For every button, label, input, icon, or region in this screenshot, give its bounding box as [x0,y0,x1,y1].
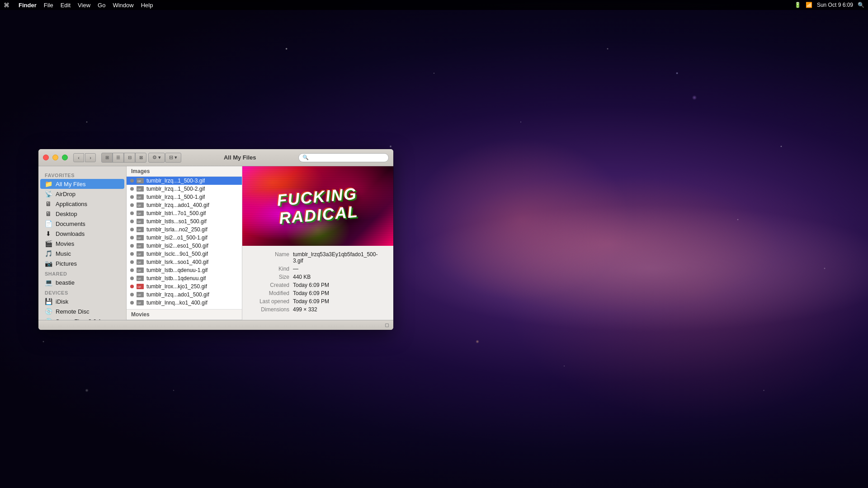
sidebar-item-pictures[interactable]: 📷 Pictures [38,258,126,268]
gif-art: FUCKING RADICAL [242,166,393,246]
file-name: tumblr_lrzq...1_500-3.gif [146,178,205,184]
sidebar-item-remote-disc[interactable]: 💿 Remote Disc [38,306,126,316]
table-row[interactable]: GIFtumblr_lrzq...ado1_400.gif [127,201,242,209]
svg-text:GIF: GIF [137,294,141,296]
beastie-icon: 💻 [45,279,52,286]
table-row[interactable]: GIFtumblr_lsrla...no2_250.gif [127,225,242,234]
table-row[interactable]: GIFtumblr_lstls...so1_500.gif [127,217,242,225]
menubar-left: ⌘ Finder File Edit View Go Window Help [4,2,153,9]
file-name: tumblr_lsclc...9o1_500.gif [146,251,208,257]
desktop: ⌘ Finder File Edit View Go Window Help 🔋… [0,0,868,488]
file-icon: GIF [137,186,144,192]
window-title: All My Files [181,154,298,161]
table-row[interactable]: GIFtumblr_lsrk...soo1_400.gif [127,258,242,266]
table-row[interactable]: GIFtumblr_lsi2...o1_500-1.gif [127,234,242,242]
action-button[interactable]: ⚙ ▾ [148,153,165,163]
sidebar-item-applications[interactable]: 🖥 Applications [38,199,126,209]
lastopened-label: Last opened [249,298,289,305]
table-row[interactable]: GIFtumblr_lstb...1qdenuu.gif [127,274,242,282]
forward-button[interactable]: › [85,153,96,162]
file-list[interactable]: GIFtumblr_lrzq...1_500-3.gifGIFtumblr_lr… [127,177,242,308]
sidebar-item-airdrop[interactable]: 📡 AirDrop [38,189,126,199]
table-row[interactable]: GIFtumblr_lr80...r8o1_500.gif [127,307,242,308]
view-column-button[interactable]: ⊟ [124,153,135,163]
preview-info: Name tumblr_lrzq53a3Ey1qb5fado1_500-3.gi… [242,246,393,320]
file-color-dot [130,236,134,239]
file-name: tumblr_lsi2...eso1_500.gif [146,243,208,249]
file-name: tumblr_lrzq...ado1_500.gif [146,291,209,298]
menubar-file[interactable]: File [44,2,53,9]
table-row[interactable]: GIFtumblr_lstri...7o1_500.gif [127,209,242,217]
table-row[interactable]: GIFtumblr_lsclc...9o1_500.gif [127,250,242,258]
applications-icon: 🖥 [45,200,52,207]
menubar-go[interactable]: Go [98,2,105,9]
menubar-finder[interactable]: Finder [19,2,37,9]
sidebar-item-screenflow[interactable]: 💿 ScreenFlow 3.0.1 [38,316,126,320]
view-list-button[interactable]: ☰ [113,153,124,163]
desktop-icon: 🖥 [45,210,52,217]
preview-image-inner: FUCKING RADICAL [242,166,393,246]
music-icon: 🎵 [45,250,52,257]
sidebar-item-desktop[interactable]: 🖥 Desktop [38,209,126,219]
file-icon: GIF [137,292,144,297]
nav-buttons: ‹ › [73,153,96,162]
name-value: tumblr_lrzq53a3Ey1qb5fado1_500-3.gif [293,251,387,264]
svg-text:GIF: GIF [137,286,141,288]
sidebar-item-documents[interactable]: 📄 Documents [38,219,126,229]
minimize-button[interactable] [52,155,58,160]
svg-text:GIF: GIF [137,253,141,256]
all-my-files-icon: 📁 [45,180,52,188]
back-button[interactable]: ‹ [73,153,84,162]
sidebar-item-beastie[interactable]: 💻 beastie [38,277,126,287]
file-name: tumblr_lsrk...soo1_400.gif [146,259,208,265]
sidebar-item-movies[interactable]: 🎬 Movies [38,239,126,249]
sidebar-item-applications-label: Applications [56,201,87,207]
table-row[interactable]: GIFtumblr_lstb...qdenuu-1.gif [127,266,242,274]
size-value: 440 KB [293,274,387,280]
shared-section-label: SHARED [38,268,126,277]
sidebar-item-remote-disc-label: Remote Disc [56,308,89,315]
svg-text:GIF: GIF [137,204,141,207]
file-name: tumblr_lrzq...1_500-1.gif [146,194,205,200]
maximize-button[interactable] [62,155,68,160]
close-button[interactable] [43,155,49,160]
menubar-view[interactable]: View [78,2,90,9]
file-color-dot [130,203,134,207]
file-icon: GIF [137,227,144,232]
view-cover-button[interactable]: ⊠ [135,153,146,163]
downloads-icon: ⬇ [45,230,52,237]
menubar-window[interactable]: Window [113,2,133,9]
dimensions-value: 499 × 332 [293,306,387,313]
table-row[interactable]: GIFtumblr_lnnq...ko1_400.gif [127,299,242,307]
idisk-icon: 💾 [45,298,52,305]
arrange-button[interactable]: ⊟ ▾ [165,153,181,163]
sidebar-item-music[interactable]: 🎵 Music [38,249,126,258]
table-row[interactable]: GIFtumblr_lrzq...ado1_500.gif [127,291,242,299]
file-name: tumblr_lr80...r8o1_500.gif [146,308,208,308]
view-icon-button[interactable]: ⊞ [101,153,113,163]
apple-menu[interactable]: ⌘ [4,2,9,9]
file-name: tumblr_lnnq...ko1_400.gif [146,300,208,306]
svg-text:GIF: GIF [137,302,141,305]
sidebar-item-idisk[interactable]: 💾 iDisk [38,296,126,306]
table-row[interactable]: GIFtumblr_lrzq...1_500-1.gif [127,193,242,201]
table-row[interactable]: GIFtumblr_lsi2...eso1_500.gif [127,242,242,250]
search-box[interactable]: 🔍 [298,153,389,162]
table-row[interactable]: GIFtumblr_lrzq...1_500-2.gif [127,185,242,193]
file-name: tumblr_lrox...kjo1_250.gif [146,283,207,290]
menubar-help[interactable]: Help [141,2,153,9]
table-row[interactable]: GIFtumblr_lrox...kjo1_250.gif [127,282,242,291]
sidebar-item-downloads[interactable]: ⬇ Downloads [38,229,126,239]
window-controls [43,155,68,160]
size-label: Size [249,274,289,280]
file-icon: GIF [137,194,144,200]
sidebar-item-all-my-files[interactable]: 📁 All My Files [40,179,124,189]
table-row[interactable]: GIFtumblr_lrzq...1_500-3.gif [127,177,242,185]
file-color-dot [130,179,134,183]
svg-text:GIF: GIF [137,196,141,199]
svg-text:GIF: GIF [137,188,141,191]
file-color-dot [130,277,134,280]
file-icon: GIF [137,202,144,208]
scroll-indicator[interactable] [385,324,389,327]
menubar-edit[interactable]: Edit [61,2,71,9]
